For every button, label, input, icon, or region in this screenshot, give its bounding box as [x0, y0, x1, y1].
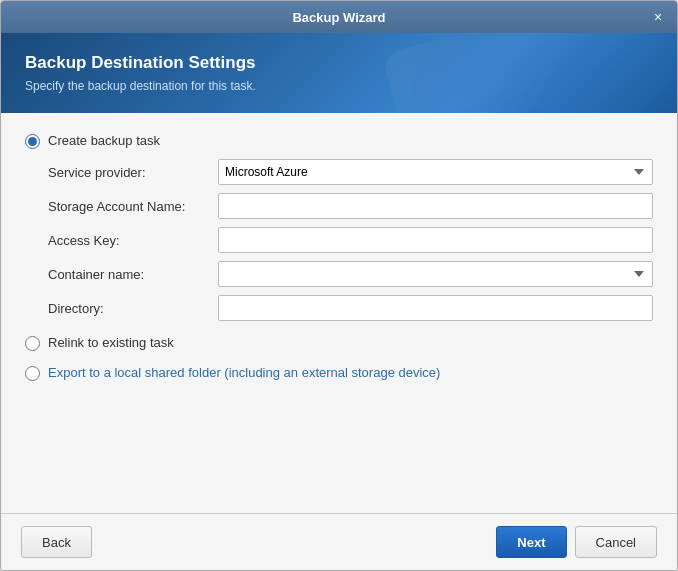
storage-account-label: Storage Account Name: — [48, 199, 208, 214]
radio-group: Create backup task Service provider: Mic… — [25, 133, 653, 381]
radio-relink-label[interactable]: Relink to existing task — [48, 335, 174, 350]
service-provider-select[interactable]: Microsoft Azure Amazon S3 Google Cloud — [218, 159, 653, 185]
content-area: Create backup task Service provider: Mic… — [1, 113, 677, 513]
directory-label: Directory: — [48, 301, 208, 316]
radio-relink-option: Relink to existing task — [25, 335, 653, 351]
backup-wizard-window: Backup Wizard × Backup Destination Setti… — [0, 0, 678, 571]
radio-export-option: Export to a local shared folder (includi… — [25, 365, 653, 381]
radio-export-input[interactable] — [25, 366, 40, 381]
radio-create-option: Create backup task Service provider: Mic… — [25, 133, 653, 321]
service-provider-label: Service provider: — [48, 165, 208, 180]
radio-create-input[interactable] — [25, 134, 40, 149]
backup-form: Service provider: Microsoft Azure Amazon… — [48, 159, 653, 321]
cancel-button[interactable]: Cancel — [575, 526, 657, 558]
radio-create-label[interactable]: Create backup task — [48, 133, 160, 148]
footer-left: Back — [21, 526, 92, 558]
close-button[interactable]: × — [649, 8, 667, 26]
radio-relink-input[interactable] — [25, 336, 40, 351]
container-select[interactable] — [218, 261, 653, 287]
header-title: Backup Destination Settings — [25, 53, 653, 73]
access-key-input[interactable] — [218, 227, 653, 253]
directory-input[interactable] — [218, 295, 653, 321]
storage-account-input[interactable] — [218, 193, 653, 219]
container-label: Container name: — [48, 267, 208, 282]
window-title: Backup Wizard — [292, 10, 385, 25]
header-subtitle: Specify the backup destination for this … — [25, 79, 653, 93]
footer: Back Next Cancel — [1, 513, 677, 570]
access-key-label: Access Key: — [48, 233, 208, 248]
back-button[interactable]: Back — [21, 526, 92, 558]
footer-right: Next Cancel — [496, 526, 657, 558]
header-banner: Backup Destination Settings Specify the … — [1, 33, 677, 113]
title-bar: Backup Wizard × — [1, 1, 677, 33]
radio-export-label[interactable]: Export to a local shared folder (includi… — [48, 365, 440, 380]
next-button[interactable]: Next — [496, 526, 566, 558]
